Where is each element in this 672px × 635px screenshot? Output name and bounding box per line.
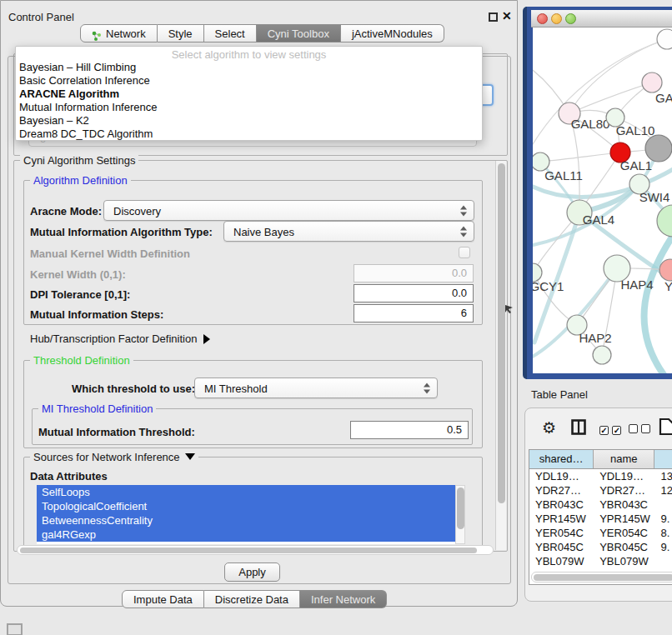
settings-horizontal-scrollbar[interactable] — [17, 545, 494, 555]
table-cell: 13 — [654, 469, 672, 483]
combo-arrows-icon — [460, 205, 467, 216]
which-threshold-value: MI Threshold — [204, 382, 268, 394]
kernel-width-field[interactable]: 0.0 — [354, 264, 474, 282]
manual-kernel-width-checkbox[interactable] — [459, 247, 470, 258]
tab-jactivemnodules[interactable]: jActiveMNodules — [341, 24, 444, 42]
tab-network[interactable]: Network — [80, 24, 158, 42]
settings-vertical-scrollbar[interactable] — [495, 161, 506, 550]
tab-style[interactable]: Style — [158, 24, 204, 42]
columns-icon[interactable] — [571, 419, 586, 435]
table-row[interactable]: YDL19…YDL19…13 — [529, 469, 672, 483]
table-horizontal-scrollbar-thumb[interactable] — [534, 574, 672, 581]
algorithm-option[interactable]: Bayesian – Hill Climbing — [16, 61, 482, 74]
mi-threshold-field[interactable]: 0.5 — [350, 421, 469, 439]
algorithm-option[interactable]: ARACNE Algorithm — [16, 88, 482, 101]
algorithm-options: Bayesian – Hill ClimbingBasic Correlatio… — [16, 61, 482, 141]
control-panel-tabstrip: NetworkStyleSelectCyni ToolboxjActiveMNo… — [80, 24, 444, 42]
docked-panel-icon[interactable] — [7, 623, 23, 635]
which-threshold-combobox[interactable]: MI Threshold — [194, 378, 438, 398]
checked-box-icon: ✓ — [599, 426, 609, 435]
table-panel: ⚙ ✓ ✓ shared…name YDL19…YDL19…13YDR27…YD… — [524, 408, 672, 602]
network-window-titlebar[interactable] — [531, 10, 672, 28]
tab-cyni-toolbox[interactable]: Cyni Toolbox — [257, 24, 341, 42]
manual-kernel-width-label: Manual Kernel Width Definition — [30, 248, 190, 260]
table-row[interactable]: YBR043CYBR043C — [529, 498, 672, 512]
data-attribute-item[interactable]: TopologicalCoefficient — [37, 499, 455, 513]
table-horizontal-scrollbar[interactable] — [531, 572, 672, 582]
tab-cyni-toolbox-label: Cyni Toolbox — [268, 28, 329, 40]
gear-icon[interactable]: ⚙ — [542, 418, 556, 438]
kernel-width-label: Kernel Width (0,1): — [30, 268, 126, 281]
data-attribute-item[interactable]: BetweennessCentrality — [37, 513, 455, 528]
cyni-algorithm-settings-title: Cyni Algorithm Settings — [20, 154, 138, 167]
table-column-header[interactable]: name — [594, 450, 654, 468]
mi-steps-label: Mutual Information Steps: — [30, 308, 163, 321]
attributes-list-scrollbar-thumb[interactable] — [457, 488, 464, 529]
tab-select[interactable]: Select — [204, 24, 257, 42]
attributes-list-scrollbar[interactable] — [455, 485, 465, 544]
minimize-traffic-light[interactable] — [551, 13, 562, 24]
node-table: shared…name YDL19…YDL19…13YDR27…YDR27…12… — [529, 449, 672, 585]
mouse-cursor — [504, 304, 514, 314]
network-edge — [540, 152, 620, 162]
network-node[interactable] — [593, 346, 611, 364]
select-all-checks-icon[interactable]: ✓ ✓ — [599, 422, 621, 437]
hub-definition-label: Hub/Transcription Factor Definition — [30, 332, 197, 345]
tab-infer-network[interactable]: Infer Network — [300, 590, 387, 608]
hub-definition-toggle[interactable]: Hub/Transcription Factor Definition — [30, 332, 210, 345]
tab-select-label: Select — [215, 28, 245, 40]
float-window-icon[interactable] — [489, 12, 498, 22]
deselect-all-checks-icon[interactable] — [629, 422, 650, 437]
network-node-gal[interactable] — [642, 72, 662, 92]
network-canvas[interactable]: GALGAL80GAL10GAL1GAL11SWI4GAL4GCY1HAP4YH… — [533, 28, 672, 373]
data-attribute-item[interactable]: gal4RGexp — [37, 528, 455, 542]
settings-vertical-scrollbar-thumb[interactable] — [498, 163, 505, 503]
algorithm-option[interactable]: Dream8 DC_TDC Algorithm — [16, 128, 482, 141]
tab-discretize-data[interactable]: Discretize Data — [204, 590, 300, 608]
tab-discretize-data-label: Discretize Data — [215, 593, 288, 606]
dpi-tolerance-label: DPI Tolerance [0,1]: — [30, 288, 130, 301]
network-node-y[interactable] — [659, 259, 672, 281]
aracne-mode-combobox[interactable]: Discovery — [103, 200, 474, 221]
network-node-label: GAL — [655, 91, 672, 105]
threshold-definition-title: Threshold Definition — [30, 354, 133, 367]
apply-button[interactable]: Apply — [224, 562, 280, 582]
table-row[interactable]: YPR145WYPR145W9. — [529, 512, 672, 526]
close-icon[interactable]: ✕ — [502, 9, 512, 22]
table-cell: 9. — [654, 512, 672, 526]
table-panel-title: Table Panel — [531, 388, 588, 401]
tab-impute-data[interactable]: Impute Data — [122, 590, 204, 608]
sources-toggle[interactable]: Sources for Network Inference — [30, 451, 198, 463]
network-node[interactable] — [657, 205, 672, 237]
expand-right-icon — [203, 334, 210, 344]
close-traffic-light[interactable] — [537, 13, 548, 24]
table-cell: YBR043C — [594, 498, 654, 512]
table-cell: YER054C — [594, 526, 654, 540]
network-node[interactable] — [657, 29, 672, 49]
table-row[interactable]: YBR045CYBR045C9. — [529, 540, 672, 554]
table-row[interactable]: YBL079WYBL079W — [529, 554, 672, 568]
document-icon[interactable] — [659, 418, 672, 436]
dpi-tolerance-field[interactable]: 0.0 — [354, 284, 474, 302]
table-cell: YER054C — [529, 526, 594, 540]
mi-algorithm-type-combobox[interactable]: Naive Bayes — [223, 221, 474, 242]
table-column-header[interactable] — [654, 450, 672, 468]
table-cell — [654, 498, 672, 512]
settings-horizontal-scrollbar-thumb[interactable] — [20, 548, 477, 553]
sources-title: Sources for Network Inference — [33, 451, 180, 463]
table-row[interactable]: YLR345WYLR345W9. — [529, 568, 672, 571]
table-row[interactable]: YDR27…YDR27…12 — [529, 483, 672, 498]
table-cell: 9. — [654, 568, 672, 571]
table-column-header[interactable]: shared… — [529, 450, 594, 468]
zoom-traffic-light[interactable] — [565, 13, 576, 24]
mi-threshold-label: Mutual Information Threshold: — [38, 426, 195, 438]
mi-steps-field[interactable]: 6 — [354, 304, 474, 322]
network-node-label: HAP4 — [620, 278, 653, 292]
mi-algorithm-type-value: Naive Bayes — [233, 225, 294, 238]
algorithm-option[interactable]: Basic Correlation Inference — [16, 74, 482, 88]
table-row[interactable]: YER054CYER054C8. — [529, 526, 672, 540]
algorithm-option[interactable]: Bayesian – K2 — [16, 114, 482, 128]
algorithm-option[interactable]: Mutual Information Inference — [16, 101, 482, 114]
table-cell: YLR345W — [594, 568, 654, 571]
data-attribute-item[interactable]: SelfLoops — [37, 485, 455, 499]
